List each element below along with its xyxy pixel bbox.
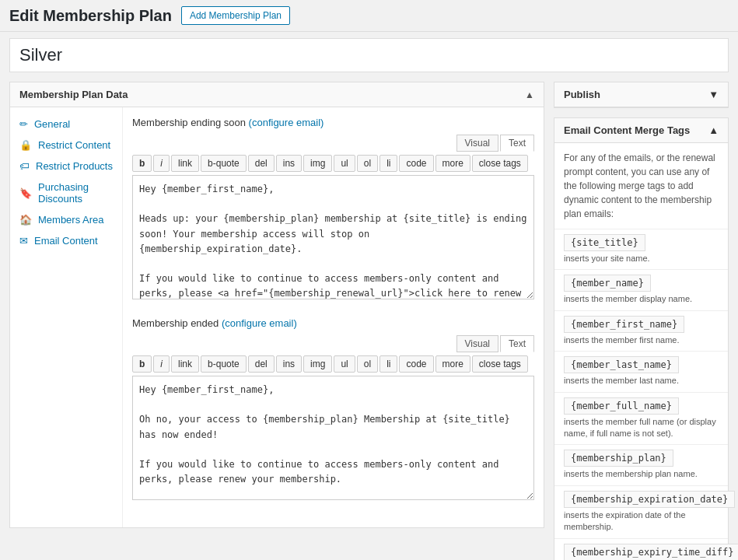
email-section-ending-soon: Membership ending soon (configure email)… xyxy=(132,117,534,302)
merge-tag-desc: inserts the member display name. xyxy=(564,293,719,305)
nav-label-members-area: Members Area xyxy=(38,214,104,226)
publish-box: Publish ▼ xyxy=(554,82,729,108)
configure-email-link-1[interactable]: (configure email) xyxy=(249,117,324,128)
toolbar-closetags-1[interactable]: close tags xyxy=(472,155,528,172)
collapse-arrow-icon[interactable]: ▲ xyxy=(525,89,534,100)
merge-tags-header: Email Content Merge Tags ▲ xyxy=(554,118,728,143)
merge-tag-code: {site_title} xyxy=(564,234,645,251)
toolbar-ol-2[interactable]: ol xyxy=(357,355,378,373)
tab-row-2: Visual Text xyxy=(132,335,534,352)
nav-label-restrict-content: Restrict Content xyxy=(38,139,110,151)
nav-item-general[interactable]: ✏ General xyxy=(10,114,122,135)
toolbar-del-1[interactable]: del xyxy=(248,155,275,172)
toolbar-img-1[interactable]: img xyxy=(303,155,332,172)
nav-item-restrict-products[interactable]: 🏷 Restrict Products xyxy=(10,156,122,177)
membership-plan-data-panel: Membership Plan Data ▲ ✏ General 🔒 Restr… xyxy=(9,82,544,528)
ending-soon-title: Membership ending soon (configure email) xyxy=(132,117,534,128)
nav-label-purchasing-discounts: Purchasing Discounts xyxy=(38,181,113,205)
toolbar-bold-1[interactable]: b xyxy=(132,155,152,172)
merge-tags-box: Email Content Merge Tags ▲ For any of th… xyxy=(554,117,729,560)
merge-tag-item: {member_last_name}inserts the member las… xyxy=(554,352,728,392)
page-header: Edit Membership Plan Add Membership Plan xyxy=(0,0,738,32)
nav-item-restrict-content[interactable]: 🔒 Restrict Content xyxy=(10,135,122,156)
toolbar-1: b i link b-quote del ins img ul ol li co… xyxy=(132,155,534,172)
merge-tag-item: {member_full_name}inserts the member ful… xyxy=(554,393,728,446)
toolbar-italic-2[interactable]: i xyxy=(153,355,170,373)
toolbar-2: b i link b-quote del ins img ul ol li co… xyxy=(132,355,534,373)
toolbar-code-1[interactable]: code xyxy=(399,155,433,172)
ended-title: Membership ended (configure email) xyxy=(132,317,534,329)
nav-label-email-content: Email Content xyxy=(34,235,98,247)
merge-tag-desc: inserts the membership plan name. xyxy=(564,468,719,480)
merge-tag-desc: inserts the member full name (or display… xyxy=(564,416,719,440)
toolbar-ul-2[interactable]: ul xyxy=(334,355,355,373)
tab-text-1[interactable]: Text xyxy=(500,135,534,152)
toolbar-link-2[interactable]: link xyxy=(171,355,199,373)
toolbar-closetags-2[interactable]: close tags xyxy=(472,355,528,373)
nav-label-restrict-products: Restrict Products xyxy=(36,160,113,172)
toolbar-link-1[interactable]: link xyxy=(171,155,199,172)
merge-tag-code: {membership_plan} xyxy=(564,450,673,467)
merge-tag-code: {membership_expiration_date} xyxy=(564,491,735,508)
nav-item-members-area[interactable]: 🏠 Members Area xyxy=(10,209,122,230)
merge-tag-desc: inserts your site name. xyxy=(564,253,719,264)
merge-tag-item: {member_name}inserts the member display … xyxy=(554,270,728,310)
toolbar-more-2[interactable]: more xyxy=(435,355,470,373)
tab-row-1: Visual Text xyxy=(132,135,534,152)
merge-tag-item: {site_title}inserts your site name. xyxy=(554,229,728,270)
merge-tag-desc: inserts the expiration date of the membe… xyxy=(564,509,719,534)
nav-item-purchasing-discounts[interactable]: 🔖 Purchasing Discounts xyxy=(10,177,122,209)
toolbar-italic-1[interactable]: i xyxy=(153,155,170,172)
tab-visual-1[interactable]: Visual xyxy=(456,135,498,152)
merge-tags-collapse-icon[interactable]: ▲ xyxy=(708,124,719,136)
toolbar-li-1[interactable]: li xyxy=(379,155,397,172)
merge-tag-item: {membership_expiration_date}inserts the … xyxy=(554,486,728,539)
toolbar-ins-2[interactable]: ins xyxy=(276,355,302,373)
tab-visual-2[interactable]: Visual xyxy=(456,335,498,352)
toolbar-bquote-2[interactable]: b-quote xyxy=(201,355,247,373)
publish-collapse-icon[interactable]: ▼ xyxy=(708,89,719,100)
tab-text-2[interactable]: Text xyxy=(500,335,534,352)
merge-tags-description: For any of the emails, or the renewal pr… xyxy=(554,143,728,229)
merge-tag-item: {membership_expiry_time_diff}inserts the… xyxy=(554,539,728,560)
publish-header: Publish ▼ xyxy=(554,82,728,107)
configure-email-link-2[interactable]: (configure email) xyxy=(222,317,297,329)
merge-tag-desc: inserts the member last name. xyxy=(564,375,719,387)
email-section-ended: Membership ended (configure email) Visua… xyxy=(132,317,534,502)
toolbar-ins-1[interactable]: ins xyxy=(276,155,302,172)
merge-tags-list: {site_title}inserts your site name.{memb… xyxy=(554,229,728,560)
publish-title: Publish xyxy=(564,89,600,100)
tag-icon: 🏷 xyxy=(19,160,30,172)
toolbar-code-2[interactable]: code xyxy=(399,355,433,373)
toolbar-bold-2[interactable]: b xyxy=(132,355,152,373)
left-main: Membership Plan Data ▲ ✏ General 🔒 Restr… xyxy=(9,82,544,560)
toolbar-bquote-1[interactable]: b-quote xyxy=(201,155,247,172)
lock-icon: 🔒 xyxy=(19,139,32,151)
merge-tag-code: {membership_expiry_time_diff} xyxy=(564,544,738,560)
home-icon: 🏠 xyxy=(19,214,32,226)
toolbar-ul-1[interactable]: ul xyxy=(334,155,355,172)
merge-tag-item: {member_first_name}inserts the member fi… xyxy=(554,311,728,352)
toolbar-more-1[interactable]: more xyxy=(435,155,470,172)
email-content-area: Membership ending soon (configure email)… xyxy=(123,107,544,527)
plan-name-input[interactable] xyxy=(19,45,719,65)
nav-item-email-content[interactable]: ✉ Email Content xyxy=(10,230,122,251)
merge-tag-code: {member_full_name} xyxy=(564,397,679,415)
toolbar-ol-1[interactable]: ol xyxy=(357,155,378,172)
editor-ended[interactable]: Hey {member_first_name}, Oh no, your acc… xyxy=(132,376,534,500)
merge-tag-code: {member_last_name} xyxy=(564,356,679,373)
editor-ending-soon[interactable]: Hey {member_first_name}, Heads up: your … xyxy=(132,175,534,299)
page-title: Edit Membership Plan xyxy=(9,7,172,25)
main-layout: Membership Plan Data ▲ ✏ General 🔒 Restr… xyxy=(0,82,738,560)
merge-tag-code: {member_first_name} xyxy=(564,316,684,333)
merge-tag-desc: inserts the member first name. xyxy=(564,334,719,346)
title-section xyxy=(0,32,738,72)
toolbar-del-2[interactable]: del xyxy=(248,355,275,373)
membership-plan-data-header: Membership Plan Data ▲ xyxy=(10,82,544,107)
add-membership-plan-button[interactable]: Add Membership Plan xyxy=(181,6,290,25)
panel-body: ✏ General 🔒 Restrict Content 🏷 Restrict … xyxy=(10,107,544,527)
nav-label-general: General xyxy=(34,118,70,130)
plan-name-container xyxy=(9,38,729,72)
toolbar-img-2[interactable]: img xyxy=(303,355,332,373)
toolbar-li-2[interactable]: li xyxy=(379,355,397,373)
